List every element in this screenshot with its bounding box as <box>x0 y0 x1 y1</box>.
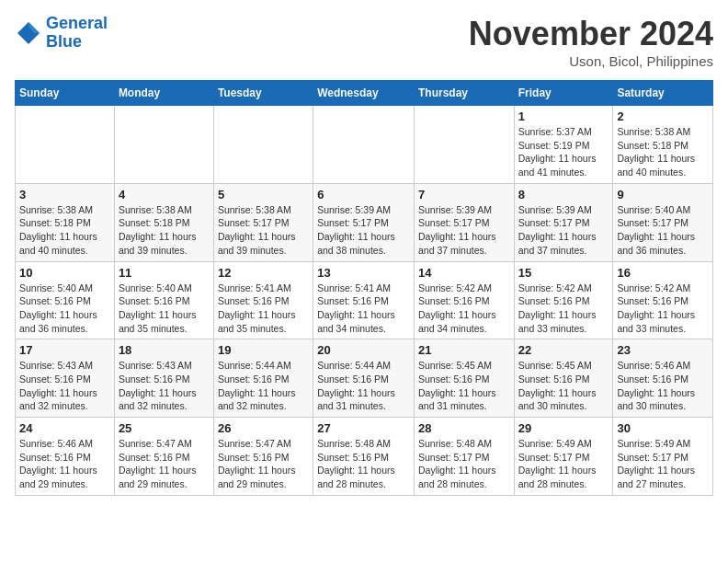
day-info: Sunrise: 5:39 AM Sunset: 5:17 PM Dayligh… <box>418 203 510 258</box>
weekday-header-row: SundayMondayTuesdayWednesdayThursdayFrid… <box>16 81 713 106</box>
calendar-cell: 12Sunrise: 5:41 AM Sunset: 5:16 PM Dayli… <box>213 261 313 339</box>
day-number: 30 <box>617 421 709 435</box>
day-number: 20 <box>317 343 410 357</box>
day-number: 27 <box>317 421 410 435</box>
day-info: Sunrise: 5:48 AM Sunset: 5:17 PM Dayligh… <box>418 437 510 491</box>
day-info: Sunrise: 5:38 AM Sunset: 5:18 PM Dayligh… <box>19 203 110 258</box>
day-info: Sunrise: 5:41 AM Sunset: 5:16 PM Dayligh… <box>218 282 309 336</box>
weekday-header-tuesday: Tuesday <box>213 81 313 106</box>
calendar-table: SundayMondayTuesdayWednesdayThursdayFrid… <box>15 80 713 496</box>
day-number: 3 <box>19 188 110 201</box>
day-number: 18 <box>119 343 210 357</box>
calendar-header: SundayMondayTuesdayWednesdayThursdayFrid… <box>16 81 713 106</box>
calendar-week-row: 17Sunrise: 5:43 AM Sunset: 5:16 PM Dayli… <box>16 339 713 418</box>
logo-text: General Blue <box>46 15 108 52</box>
calendar-cell: 25Sunrise: 5:47 AM Sunset: 5:16 PM Dayli… <box>114 418 213 496</box>
calendar-cell: 2Sunrise: 5:38 AM Sunset: 5:18 PM Daylig… <box>613 106 713 184</box>
calendar-cell: 16Sunrise: 5:42 AM Sunset: 5:16 PM Dayli… <box>613 261 713 339</box>
day-number: 26 <box>218 421 309 435</box>
day-number: 21 <box>418 343 510 357</box>
day-number: 6 <box>317 188 410 201</box>
calendar-week-row: 24Sunrise: 5:46 AM Sunset: 5:16 PM Dayli… <box>16 418 713 496</box>
day-info: Sunrise: 5:39 AM Sunset: 5:17 PM Dayligh… <box>317 203 410 258</box>
day-info: Sunrise: 5:45 AM Sunset: 5:16 PM Dayligh… <box>518 359 609 413</box>
day-info: Sunrise: 5:43 AM Sunset: 5:16 PM Dayligh… <box>19 359 110 413</box>
calendar-cell: 4Sunrise: 5:38 AM Sunset: 5:18 PM Daylig… <box>114 183 213 261</box>
day-info: Sunrise: 5:40 AM Sunset: 5:16 PM Dayligh… <box>19 282 110 336</box>
calendar-cell: 27Sunrise: 5:48 AM Sunset: 5:16 PM Dayli… <box>313 418 415 496</box>
day-info: Sunrise: 5:49 AM Sunset: 5:17 PM Dayligh… <box>518 437 609 491</box>
calendar-cell: 23Sunrise: 5:46 AM Sunset: 5:16 PM Dayli… <box>613 339 713 418</box>
calendar-cell: 18Sunrise: 5:43 AM Sunset: 5:16 PM Dayli… <box>114 339 213 418</box>
calendar-cell <box>414 106 514 184</box>
calendar-week-row: 10Sunrise: 5:40 AM Sunset: 5:16 PM Dayli… <box>16 261 713 339</box>
day-info: Sunrise: 5:46 AM Sunset: 5:16 PM Dayligh… <box>19 437 110 491</box>
day-info: Sunrise: 5:44 AM Sunset: 5:16 PM Dayligh… <box>317 359 410 413</box>
day-info: Sunrise: 5:47 AM Sunset: 5:16 PM Dayligh… <box>119 437 210 491</box>
day-number: 7 <box>418 188 510 201</box>
calendar-cell: 15Sunrise: 5:42 AM Sunset: 5:16 PM Dayli… <box>514 261 613 339</box>
calendar-cell: 29Sunrise: 5:49 AM Sunset: 5:17 PM Dayli… <box>514 418 613 496</box>
calendar-cell: 1Sunrise: 5:37 AM Sunset: 5:19 PM Daylig… <box>514 106 613 184</box>
day-number: 11 <box>119 266 210 280</box>
calendar-cell: 28Sunrise: 5:48 AM Sunset: 5:17 PM Dayli… <box>414 418 514 496</box>
day-info: Sunrise: 5:42 AM Sunset: 5:16 PM Dayligh… <box>617 282 709 336</box>
location-subtitle: Uson, Bicol, Philippines <box>469 53 713 69</box>
weekday-header-wednesday: Wednesday <box>313 81 415 106</box>
day-number: 29 <box>518 421 609 435</box>
calendar-cell <box>313 106 415 184</box>
day-number: 13 <box>317 266 410 280</box>
month-title: November 2024 <box>469 15 713 53</box>
day-number: 9 <box>617 188 709 201</box>
day-info: Sunrise: 5:49 AM Sunset: 5:17 PM Dayligh… <box>617 437 709 491</box>
day-number: 25 <box>119 421 210 435</box>
day-number: 12 <box>218 266 309 280</box>
weekday-header-monday: Monday <box>114 81 213 106</box>
day-number: 24 <box>19 421 110 435</box>
day-info: Sunrise: 5:45 AM Sunset: 5:16 PM Dayligh… <box>418 359 510 413</box>
calendar-cell: 21Sunrise: 5:45 AM Sunset: 5:16 PM Dayli… <box>414 339 514 418</box>
calendar-cell: 17Sunrise: 5:43 AM Sunset: 5:16 PM Dayli… <box>16 339 115 418</box>
day-info: Sunrise: 5:38 AM Sunset: 5:18 PM Dayligh… <box>617 125 709 179</box>
calendar-cell: 19Sunrise: 5:44 AM Sunset: 5:16 PM Dayli… <box>213 339 313 418</box>
calendar-cell: 6Sunrise: 5:39 AM Sunset: 5:17 PM Daylig… <box>313 183 415 261</box>
day-number: 23 <box>617 343 709 357</box>
day-number: 1 <box>518 109 609 123</box>
day-info: Sunrise: 5:40 AM Sunset: 5:16 PM Dayligh… <box>119 282 210 336</box>
day-number: 8 <box>518 188 609 201</box>
day-number: 15 <box>518 266 609 280</box>
day-info: Sunrise: 5:38 AM Sunset: 5:18 PM Dayligh… <box>119 203 210 258</box>
calendar-cell <box>114 106 213 184</box>
calendar-cell <box>16 106 115 184</box>
calendar-body: 1Sunrise: 5:37 AM Sunset: 5:19 PM Daylig… <box>16 106 713 496</box>
day-info: Sunrise: 5:37 AM Sunset: 5:19 PM Dayligh… <box>518 125 609 179</box>
day-info: Sunrise: 5:40 AM Sunset: 5:17 PM Dayligh… <box>617 203 709 258</box>
calendar-cell: 9Sunrise: 5:40 AM Sunset: 5:17 PM Daylig… <box>613 183 713 261</box>
weekday-header-saturday: Saturday <box>613 81 713 106</box>
calendar-cell: 7Sunrise: 5:39 AM Sunset: 5:17 PM Daylig… <box>414 183 514 261</box>
weekday-header-sunday: Sunday <box>16 81 115 106</box>
day-info: Sunrise: 5:41 AM Sunset: 5:16 PM Dayligh… <box>317 282 410 336</box>
day-number: 28 <box>418 421 510 435</box>
calendar-cell: 3Sunrise: 5:38 AM Sunset: 5:18 PM Daylig… <box>16 183 115 261</box>
day-number: 22 <box>518 343 609 357</box>
logo-icon <box>15 19 42 47</box>
calendar-cell: 11Sunrise: 5:40 AM Sunset: 5:16 PM Dayli… <box>114 261 213 339</box>
calendar-cell: 24Sunrise: 5:46 AM Sunset: 5:16 PM Dayli… <box>16 418 115 496</box>
day-number: 5 <box>218 188 309 201</box>
calendar-cell: 22Sunrise: 5:45 AM Sunset: 5:16 PM Dayli… <box>514 339 613 418</box>
day-info: Sunrise: 5:46 AM Sunset: 5:16 PM Dayligh… <box>617 359 709 413</box>
calendar-cell: 10Sunrise: 5:40 AM Sunset: 5:16 PM Dayli… <box>16 261 115 339</box>
calendar-cell: 26Sunrise: 5:47 AM Sunset: 5:16 PM Dayli… <box>213 418 313 496</box>
calendar-cell: 20Sunrise: 5:44 AM Sunset: 5:16 PM Dayli… <box>313 339 415 418</box>
day-info: Sunrise: 5:48 AM Sunset: 5:16 PM Dayligh… <box>317 437 410 491</box>
page-header: General Blue November 2024 Uson, Bicol, … <box>15 15 713 69</box>
calendar-week-row: 1Sunrise: 5:37 AM Sunset: 5:19 PM Daylig… <box>16 106 713 184</box>
day-info: Sunrise: 5:44 AM Sunset: 5:16 PM Dayligh… <box>218 359 309 413</box>
weekday-header-friday: Friday <box>514 81 613 106</box>
calendar-cell: 30Sunrise: 5:49 AM Sunset: 5:17 PM Dayli… <box>613 418 713 496</box>
day-number: 16 <box>617 266 709 280</box>
day-info: Sunrise: 5:47 AM Sunset: 5:16 PM Dayligh… <box>218 437 309 491</box>
title-block: November 2024 Uson, Bicol, Philippines <box>469 15 713 69</box>
calendar-cell: 14Sunrise: 5:42 AM Sunset: 5:16 PM Dayli… <box>414 261 514 339</box>
